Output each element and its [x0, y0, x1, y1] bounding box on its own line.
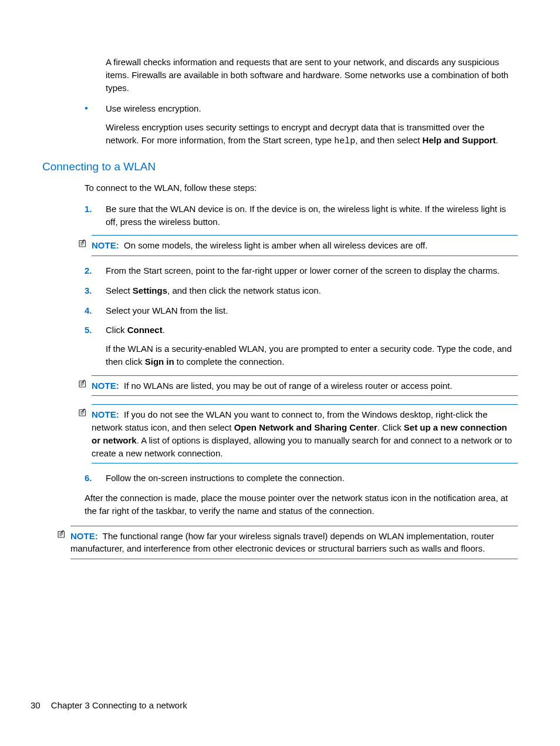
step-number: 4. — [85, 304, 92, 317]
note-block: NOTE: If no WLANs are listed, you may be… — [92, 375, 518, 396]
note-icon — [77, 407, 88, 418]
text-fragment: . A list of options is displayed, allowi… — [92, 435, 512, 458]
page-footer: 30 Chapter 3 Connecting to a network — [31, 699, 187, 712]
chapter-title: Chapter 3 Connecting to a network — [51, 700, 187, 710]
step-6: 6. Follow the on-screen instructions to … — [85, 472, 518, 485]
note-text: If you do not see the WLAN you want to c… — [92, 409, 512, 458]
text-fragment: . — [496, 135, 498, 145]
note-text: If no WLANs are listed, you may be out o… — [124, 381, 452, 391]
steps-intro: To connect to the WLAN, follow these ste… — [85, 182, 518, 194]
code-text: help — [334, 136, 355, 146]
step-5: 5. Click Connect. If the WLAN is a secur… — [85, 324, 518, 368]
bold-text: Open Network and Sharing Center — [234, 422, 377, 432]
step-2: 2. From the Start screen, point to the f… — [85, 264, 518, 277]
note-block: NOTE: If you do not see the WLAN you wan… — [92, 404, 518, 463]
firewall-paragraph: A firewall checks information and reques… — [106, 56, 518, 94]
step-number: 2. — [85, 264, 92, 277]
note-label: NOTE: — [92, 409, 119, 419]
bullet-body: Wireless encryption uses security settin… — [106, 121, 518, 148]
note-icon — [77, 238, 88, 248]
step-text: Select your WLAN from the list. — [106, 305, 228, 315]
step-text: Click Connect. — [106, 325, 165, 335]
step-3: 3. Select Settings, and then click the n… — [85, 284, 518, 297]
bold-text: Help and Support — [423, 135, 496, 145]
note-block: NOTE: On some models, the wireless light… — [92, 235, 518, 256]
note-label: NOTE: — [70, 531, 98, 541]
step-1: 1. Be sure that the WLAN device is on. I… — [85, 203, 518, 228]
text-fragment: . Click — [377, 422, 404, 432]
step-text: From the Start screen, point to the far-… — [106, 266, 500, 275]
note-icon — [77, 378, 88, 389]
step-text: Follow the on-screen instructions to com… — [106, 473, 345, 483]
text-fragment: Select — [106, 285, 133, 295]
note-block: NOTE: The functional range (how far your… — [70, 526, 518, 560]
step-number: 6. — [85, 472, 92, 485]
step-body: If the WLAN is a security-enabled WLAN, … — [106, 342, 518, 368]
bold-text: Sign in — [145, 357, 174, 367]
ordered-list: 6. Follow the on-screen instructions to … — [85, 472, 518, 485]
bullet-list: Use wireless encryption. Wireless encryp… — [82, 102, 518, 147]
note-text: The functional range (how far your wirel… — [70, 531, 494, 554]
section-heading: Connecting to a WLAN — [42, 159, 518, 175]
page-number: 30 — [31, 700, 41, 710]
text-fragment: Click — [106, 325, 127, 335]
text-fragment: , and then select — [355, 135, 422, 145]
bold-text: Connect — [127, 325, 163, 335]
bullet-lead: Use wireless encryption. — [106, 103, 201, 113]
step-text: Be sure that the WLAN device is on. If t… — [106, 204, 506, 227]
note-icon — [56, 529, 67, 539]
step-number: 5. — [85, 324, 92, 337]
ordered-list: 2. From the Start screen, point to the f… — [85, 264, 518, 368]
ordered-list: 1. Be sure that the WLAN device is on. I… — [85, 203, 518, 228]
note-label: NOTE: — [92, 381, 119, 391]
step-number: 1. — [85, 203, 92, 216]
text-fragment: . — [163, 325, 165, 335]
step-text: Select Settings, and then click the netw… — [106, 285, 321, 295]
after-paragraph: After the connection is made, place the … — [85, 492, 518, 518]
text-fragment: to complete the connection. — [174, 357, 285, 367]
step-number: 3. — [85, 284, 92, 297]
note-text: On some models, the wireless light is am… — [124, 240, 427, 250]
page-content: A firewall checks information and reques… — [0, 0, 560, 559]
text-fragment: , and then click the network status icon… — [167, 285, 321, 295]
bold-text: Settings — [133, 285, 167, 295]
step-4: 4. Select your WLAN from the list. — [85, 304, 518, 317]
bullet-item: Use wireless encryption. Wireless encryp… — [82, 102, 518, 147]
note-label: NOTE: — [92, 240, 119, 250]
